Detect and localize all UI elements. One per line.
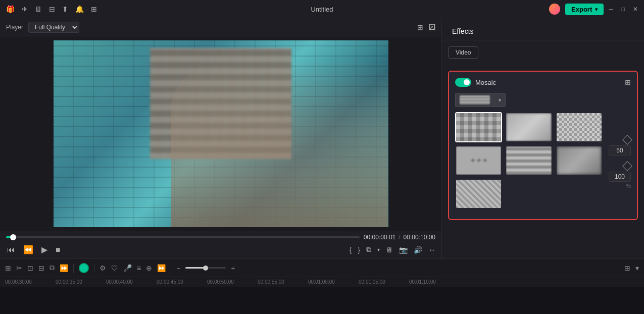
upload-icon[interactable]: ⬆ [62, 5, 68, 13]
percent-label: % [626, 183, 631, 189]
controls-row: ⏮ ⏪ ▶ ■ { } ⧉ ▾ 🖥 📷 🔊 ↔ [6, 244, 435, 255]
ruler-mark-4: 00:00:50:00 [207, 279, 258, 285]
time-display: 00:00:00:01 / 00:00:10:00 [364, 234, 435, 241]
progress-track[interactable] [6, 236, 360, 238]
export-button[interactable]: Export ▾ [565, 4, 604, 15]
audio-icon[interactable]: 🔊 [414, 246, 422, 254]
mosaic-toggle[interactable] [455, 78, 471, 87]
tl-expand-icon[interactable]: ⏩ [157, 264, 166, 272]
tl-separator-3 [171, 264, 171, 273]
slider-group-2: 100 % [609, 163, 631, 189]
pattern-item-2[interactable] [505, 112, 552, 142]
player-toolbar: Player Full Quality Half Quality ⊞ 🖼 [0, 18, 441, 36]
close-button[interactable]: ✕ [633, 6, 638, 13]
stop-button[interactable]: ■ [55, 244, 62, 255]
tl-settings-icon[interactable]: ⚙ [100, 264, 106, 272]
slider-value-2[interactable]: 100 [609, 172, 631, 182]
timeline-tracks [0, 287, 644, 314]
video-background [54, 40, 388, 227]
video-tab-button[interactable]: Video [448, 46, 478, 59]
mosaic-card: Mosaic ⊞ ▾ [448, 71, 638, 220]
tl-group-icon[interactable]: ⊡ [27, 264, 33, 272]
play-button[interactable]: ▶ [40, 244, 48, 255]
mosaic-settings-icon[interactable]: ⊞ [625, 78, 631, 86]
person-area [171, 40, 388, 227]
avatar[interactable] [549, 4, 560, 15]
pattern-item-6[interactable] [556, 145, 603, 176]
tl-add-icon[interactable]: ⊞ [5, 264, 11, 272]
back-frame-button[interactable]: ⏪ [22, 244, 34, 255]
progress-thumb[interactable] [10, 234, 16, 240]
tl-chevron-icon[interactable]: ▾ [635, 264, 639, 272]
tl-trim-icon[interactable]: ⊟ [38, 264, 44, 272]
pattern-item-7[interactable] [455, 179, 502, 209]
pattern-item-4[interactable]: ✦✦✦ [455, 145, 502, 176]
effects-header: Effects [442, 18, 644, 40]
crop-icon[interactable]: ⧉ [366, 245, 371, 254]
slider-diamond-1[interactable] [622, 135, 632, 145]
image-view-icon[interactable]: 🖼 [428, 23, 435, 31]
slider-group-1: 50 [609, 136, 631, 155]
snapshot-icon[interactable]: 📷 [399, 246, 408, 254]
bracket-open-icon[interactable]: { [350, 246, 352, 254]
tl-crop-icon[interactable]: ⧉ [49, 264, 55, 272]
pattern-item-1[interactable] [455, 112, 502, 142]
tl-plus-icon[interactable]: + [231, 264, 235, 272]
effects-tab[interactable]: Effects [450, 23, 476, 40]
ruler-mark-8: 00:01:10:00 [409, 279, 460, 285]
send-icon[interactable]: ✈ [22, 5, 28, 13]
slider-value-1[interactable]: 50 [609, 145, 631, 155]
pattern-item-5[interactable] [505, 145, 552, 176]
tl-list-icon[interactable]: ≡ [137, 264, 141, 272]
tl-mic-icon[interactable]: 🎤 [123, 264, 132, 272]
pattern-dropdown[interactable]: ▾ [455, 93, 506, 107]
screen-cast-icon[interactable]: 🖥 [386, 246, 393, 254]
tl-separator-1 [73, 264, 74, 273]
left-panel: Player Full Quality Half Quality ⊞ 🖼 [0, 18, 442, 258]
tl-minus-icon[interactable]: − [176, 264, 180, 272]
quality-select[interactable]: Full Quality Half Quality [28, 22, 79, 33]
dropdown-row: ▾ [455, 93, 631, 107]
patterns-col: ✦✦✦ [455, 112, 603, 213]
titlebar: 🎁 ✈ 🖥 ⊟ ⬆ 🔔 ⊞ Untitled Export ▾ ─ □ ✕ [0, 0, 644, 18]
ruler-mark-7: 00:01:05:00 [359, 279, 409, 285]
video-frame [54, 40, 388, 227]
ruler-mark-2: 00:00:40:00 [106, 279, 157, 285]
main-area: Player Full Quality Half Quality ⊞ 🖼 [0, 18, 644, 258]
grid-icon[interactable]: ⊞ [91, 5, 97, 13]
zoom-slider-thumb[interactable] [203, 266, 208, 271]
video-tab-row: Video [448, 46, 638, 65]
timeline-toolbar: ⊞ ✂ ⊡ ⊟ ⧉ ⏩ ⚙ 🛡 🎤 ≡ ⊕ ⏩ − + ⊞ ▾ [0, 259, 644, 277]
playback-area: 00:00:00:01 / 00:00:10:00 ⏮ ⏪ ▶ ■ { } ⧉ … [0, 231, 441, 258]
maximize-button[interactable]: □ [621, 6, 625, 13]
sliders-section: ✦✦✦ [455, 112, 631, 213]
timeline-zoom-slider[interactable] [185, 267, 226, 269]
gift-icon[interactable]: 🎁 [6, 5, 15, 13]
tl-shield-icon[interactable]: 🛡 [111, 264, 118, 272]
pattern-item-3[interactable] [556, 112, 603, 142]
tl-fast-icon[interactable]: ⏩ [60, 264, 68, 272]
dropdown-chevron-icon: ▾ [499, 97, 501, 103]
bell-icon[interactable]: 🔔 [75, 5, 84, 13]
right-panel: Effects Video Mosaic ⊞ ▾ [442, 18, 644, 258]
monitor-icon[interactable]: 🖥 [35, 5, 42, 13]
ruler-mark-5: 00:00:55:00 [258, 279, 308, 285]
minimize-button[interactable]: ─ [609, 6, 613, 13]
record-button[interactable] [79, 263, 89, 273]
back-skip-button[interactable]: ⏮ [6, 244, 16, 255]
tl-split-icon[interactable]: ✂ [16, 264, 22, 272]
zoom-slider-fill [185, 267, 206, 269]
video-area [0, 36, 441, 231]
crop-chevron[interactable]: ▾ [377, 247, 380, 252]
tl-clone-icon[interactable]: ⊕ [146, 264, 152, 272]
tl-layout-icon[interactable]: ⊞ [624, 264, 630, 272]
ruler-mark-3: 00:00:45:00 [157, 279, 207, 285]
ruler-mark-0: 00:00:30:00 [5, 279, 56, 285]
slider-diamond-2[interactable] [622, 161, 632, 171]
bottom-area: ⊞ ✂ ⊡ ⊟ ⧉ ⏩ ⚙ 🛡 🎤 ≡ ⊕ ⏩ − + ⊞ ▾ 00:00:30… [0, 258, 644, 314]
timeline-ruler: 00:00:30:00 00:00:35:00 00:00:40:00 00:0… [0, 277, 644, 287]
quad-view-icon[interactable]: ⊞ [417, 23, 423, 31]
bracket-close-icon[interactable]: } [358, 246, 360, 254]
transform-icon[interactable]: ↔ [428, 246, 435, 254]
minus-icon[interactable]: ⊟ [49, 5, 55, 13]
